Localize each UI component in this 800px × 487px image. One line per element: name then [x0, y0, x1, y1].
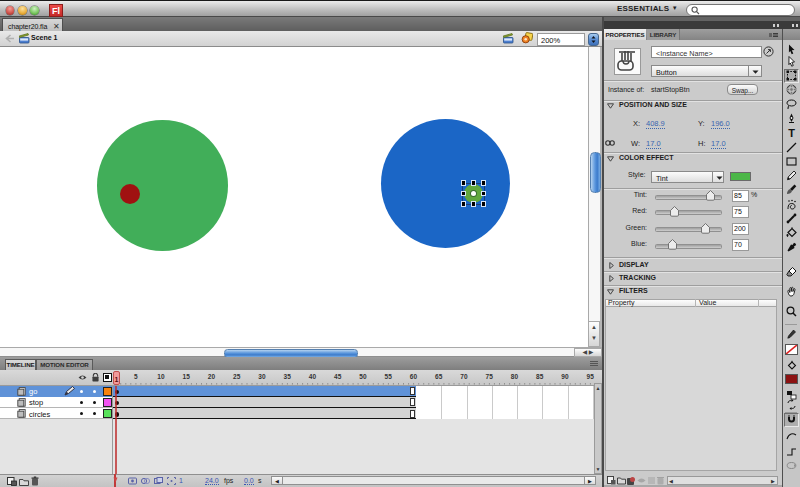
svg-text:T: T: [788, 127, 795, 138]
